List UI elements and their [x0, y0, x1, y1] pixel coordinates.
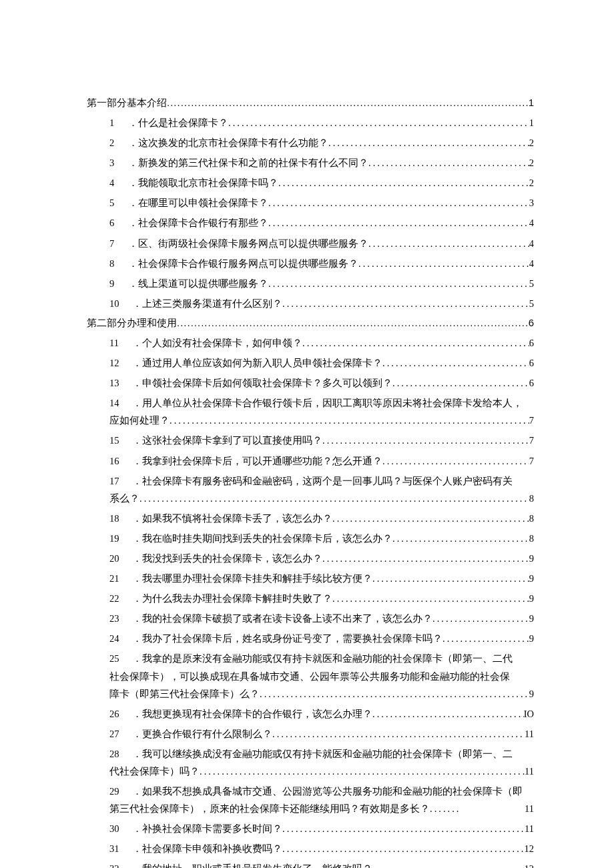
toc-entry[interactable]: 12．通过用人单位应该如何为新入职人员申领社会保障卡？.............… — [109, 352, 534, 372]
toc-dots: ........................................… — [228, 114, 529, 131]
toc-entry-label: ．什么是社会保障卡？ — [128, 114, 228, 131]
toc-entry-page: 4 — [529, 214, 534, 232]
toc-entry-page: 11 — [525, 800, 534, 817]
toc-entry-label: ．个人如没有社会保障卡，如何申领？ — [132, 334, 302, 352]
toc-entry-num: 14 — [109, 394, 132, 412]
toc-entry-num: 29 — [109, 783, 132, 800]
toc-entry-label: ．我没找到丢失的社会保障卡，该怎么办？ — [132, 550, 322, 567]
toc-entry-num: 18 — [109, 510, 132, 527]
toc-entry-page: 11 — [525, 725, 534, 743]
toc-entry-label: ．我的社会保障卡破损了或者在读卡设备上读不出来了，该怎么办？ — [132, 610, 432, 627]
toc-entry[interactable]: 9．线上渠道可以提供哪些服务？.........................… — [109, 272, 534, 292]
toc-entry[interactable]: 30．补换社会保障卡需要多长时间？.......................… — [109, 817, 534, 837]
toc-entry-label: ．我去哪里办理社会保障卡挂失和解挂手续比较方便？ — [132, 570, 372, 587]
toc-entry-num: 7 — [109, 235, 128, 252]
toc-entry[interactable]: 7．区、街两级社会保障卡服务网点可以提供哪些服务？...............… — [109, 232, 534, 252]
toc-dots: ........................................… — [322, 550, 529, 567]
toc-dots: ........................................… — [282, 820, 525, 837]
toc-entry-page: 4 — [529, 235, 534, 252]
toc-entry-num: 25 — [109, 650, 132, 667]
toc-entry-label-part: 社会保障卡），可以换成现在具备城市交通、公园年票等公共服务功能和金融功能的社会保 — [109, 668, 534, 685]
toc-dots: ........................................… — [282, 840, 525, 857]
toc-dots: ........................................… — [392, 374, 529, 392]
toc-entry-label: ．上述三类服务渠道有什么区别？ — [132, 295, 282, 312]
toc-entry-num: 27 — [109, 725, 132, 743]
toc-entry[interactable]: 6．社会保障卡合作银行有那些？.........................… — [109, 211, 534, 232]
toc-entry[interactable]: 5．在哪里可以申领社会保障卡？.........................… — [109, 191, 534, 211]
toc-entry-label: ．我在临时挂失期间找到丢失的社会保障卡后，该怎么办？ — [132, 530, 392, 547]
toc-entry-page: 9 — [529, 550, 534, 567]
toc-entry[interactable]: 16．我拿到社会保障卡后，可以开通哪些功能？怎么开通？.............… — [109, 450, 534, 470]
toc-section-heading[interactable]: 第二部分办理和使用 ..............................… — [87, 312, 534, 332]
toc-entry[interactable]: 20．我没找到丢失的社会保障卡，该怎么办？...................… — [109, 547, 534, 567]
toc-entry-label-tail: 障卡（即第三代社会保障卡）么？ — [109, 685, 260, 703]
toc-entry[interactable]: 11．个人如没有社会保障卡，如何申领？.....................… — [109, 332, 534, 352]
toc-entry-num: 23 — [109, 610, 132, 627]
toc-dots: ........................................… — [368, 154, 529, 171]
toc-entry-multiline[interactable]: 17．社会保障卡有服务密码和金融密码，这两个是一回事儿吗？与医保个人账户密码有关… — [109, 470, 534, 507]
toc-entry-label: ．社会保障卡合作银行有那些？ — [128, 214, 268, 232]
toc-entry-page: 6 — [529, 374, 534, 392]
toc-entry-page: 7 — [529, 432, 534, 449]
toc-entry-page: 6 — [529, 354, 534, 372]
toc-entry-num: 2 — [109, 134, 128, 151]
toc-entry-page: 5 — [529, 295, 534, 312]
section-2-page: 6 — [529, 314, 534, 332]
toc-entry-page: 2 — [529, 174, 534, 191]
toc-dots: ........................................… — [177, 314, 529, 332]
toc-entry[interactable]: 13．申领社会保障卡后如何领取社会保障卡？多久可以领到？............… — [109, 372, 534, 392]
toc-entry-page: 8 — [529, 490, 534, 507]
toc-entry-multiline[interactable]: 29．如果我不想换成具备城市交通、公园游览等公共服务功能和金融功能的社会保障卡（… — [109, 780, 534, 817]
toc-entry[interactable]: 22．为什么我去办理社会保障卡解挂时失败了？..................… — [109, 587, 534, 607]
toc-entry-label: ．补换社会保障卡需要多长时间？ — [132, 820, 282, 837]
toc-entry[interactable]: 19．我在临时挂失期间找到丢失的社会保障卡后，该怎么办？............… — [109, 527, 534, 547]
toc-entry-page: 9 — [529, 570, 534, 587]
toc-entry[interactable]: 2．这次换发的北京市社会保障卡有什么功能？...................… — [109, 131, 534, 151]
toc-entry[interactable]: 27．更换合作银行有什么限制么？........................… — [109, 723, 534, 743]
toc-entry-multiline[interactable]: 14．用人单位从社会保障卡合作银行领卡后，因职工离职等原因未将社会保障卡发给本人… — [109, 392, 534, 429]
toc-entry[interactable]: 18．如果我不慎将社会保障卡丢了，该怎么办？..................… — [109, 507, 534, 527]
toc-entry-page: 12 — [525, 840, 535, 857]
toc-entry-num: 3 — [109, 154, 128, 171]
toc-entry-num: 28 — [109, 745, 132, 763]
toc-entry-label: ．如果我不慎将社会保障卡丢了，该怎么办？ — [132, 510, 332, 527]
section-2-title: 第二部分办理和使用 — [87, 314, 177, 332]
toc-entry[interactable]: 15．这张社会保障卡拿到了可以直接使用吗？...................… — [109, 429, 534, 449]
toc-dots: ........................................… — [200, 763, 525, 780]
toc-dots: ........................................… — [382, 354, 529, 372]
toc-entry-multiline[interactable]: 28．我可以继续换成没有金融功能或仅有持卡就医和金融功能的社会保障卡（即第一、二… — [109, 743, 534, 780]
toc-entry[interactable]: 3．新换发的第三代社保卡和之前的社保卡有什么不同？...............… — [109, 151, 534, 171]
toc-entry[interactable]: 4．我能领取北京市社会保障卡吗？........................… — [109, 171, 534, 191]
toc-entry-page: 8 — [529, 530, 534, 547]
toc-entry-num: 20 — [109, 550, 132, 567]
toc-entry-num: 9 — [109, 275, 128, 292]
toc-entry[interactable]: 8．社会保障卡合作银行服务网点可以提供哪些服务？................… — [109, 252, 534, 272]
toc-entry-page: 9 — [529, 610, 534, 627]
toc-entry[interactable]: 10．上述三类服务渠道有什么区别？.......................… — [109, 292, 534, 312]
toc-entry[interactable]: 32．我的地址、职业或手机号码发生变化了，能修改吗？..............… — [109, 857, 534, 868]
toc-entry-num: 11 — [109, 334, 132, 352]
toc-entry[interactable]: 31．社会保障卡申领和补换收费吗？.......................… — [109, 837, 534, 857]
toc-entry-page: 2 — [529, 154, 534, 171]
section-2-items: 11．个人如没有社会保障卡，如何申领？.....................… — [87, 332, 534, 868]
toc-entry[interactable]: 21．我去哪里办理社会保障卡挂失和解挂手续比较方便？..............… — [109, 567, 534, 587]
toc-dots: ........................................… — [167, 93, 529, 111]
toc-entry[interactable]: 1．什么是社会保障卡？.............................… — [109, 111, 534, 131]
toc-dots: ........................................… — [332, 590, 529, 607]
toc-section-heading[interactable]: 第一部分基本介绍 ...............................… — [87, 93, 534, 111]
toc-entry-num: 1 — [109, 114, 128, 131]
toc-entry-num: 5 — [109, 194, 128, 211]
toc-entry-multiline[interactable]: 25．我拿的是原来没有金融功能或仅有持卡就医和金融功能的社会保障卡（即第一、二代… — [109, 647, 534, 702]
toc-dots: ........................................… — [268, 194, 529, 211]
toc-entry-page: IO — [524, 705, 534, 723]
toc-entry[interactable]: 23．我的社会保障卡破损了或者在读卡设备上读不出来了，该怎么办？........… — [109, 607, 534, 627]
toc-entry[interactable]: 24．我办了社会保障卡后，姓名或身份证号变了，需要换社会保障卡吗？.......… — [109, 627, 534, 647]
toc-entry-num: 32 — [109, 860, 132, 868]
toc-entry-page: 12 — [525, 860, 535, 868]
toc-dots: ........................................… — [328, 134, 529, 151]
toc-entry-label: ．在哪里可以申领社会保障卡？ — [128, 194, 268, 211]
toc-entry-label: ．我拿到社会保障卡后，可以开通哪些功能？怎么开通？ — [132, 452, 382, 470]
toc-entry-label-part: ．如果我不想换成具备城市交通、公园游览等公共服务功能和金融功能的社会保障卡（即 — [132, 786, 523, 797]
toc-entry-page: 8 — [529, 510, 534, 527]
toc-entry[interactable]: 26．我想更换现有社会保障卡的合作银行，该怎么办理？..............… — [109, 703, 534, 723]
